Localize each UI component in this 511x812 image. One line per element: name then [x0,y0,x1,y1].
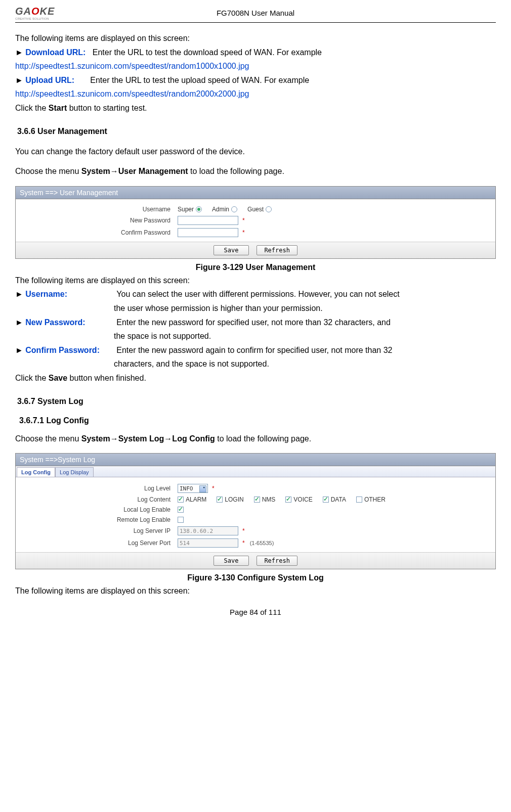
desc-new-password: ► New Password:Enter the new password fo… [15,316,496,329]
label-local-log-enable: Local Log Enable [16,506,178,513]
logo: GAOKE CREATIVE SOLUTION [15,5,81,20]
checkbox-icon [178,497,184,503]
download-url-desc: Enter the URL to test the download speed… [93,48,322,57]
panel-breadcrumb: System ==> User Management [16,187,495,199]
required-mark: * [242,217,245,224]
radio-admin[interactable]: Admin [212,206,237,213]
download-url-line: ► Download URL: Enter the URL to test th… [15,46,496,59]
refresh-button[interactable]: Refresh [257,245,297,255]
radio-guest[interactable]: Guest [247,206,272,213]
local-log-enable-checkbox[interactable] [178,507,184,513]
s366-intro: You can change the factory default user … [15,145,496,158]
required-mark: * [242,229,245,236]
label-log-server-ip: Log Server IP [16,527,178,534]
desc-username-cont: the user whose permission is higher than… [114,302,496,315]
checkbox-icon [217,497,223,503]
tab-bar: Log Config Log Display [16,466,495,477]
label-new-password: New Password [16,217,178,224]
radio-icon [231,206,237,212]
port-range-hint: (1-65535) [250,540,274,546]
check-alarm[interactable]: ALARM [178,496,206,503]
confirm-password-input[interactable] [178,228,238,237]
check-data[interactable]: DATA [323,496,346,503]
figure-130-panel: System ==>System Log Log Config Log Disp… [15,453,496,569]
check-other[interactable]: OTHER [356,496,386,503]
download-url-label: Download URL: [25,48,86,57]
checkbox-icon [356,497,362,503]
check-login[interactable]: LOGIN [217,496,243,503]
upload-url-label: Upload URL: [25,76,74,84]
download-url-link[interactable]: http://speedtest1.szunicom.com/speedtest… [15,60,496,73]
check-voice[interactable]: VOICE [285,496,312,503]
radio-icon [266,206,272,212]
logo-part: GA [15,6,31,17]
figure-129-description: The following items are displayed on thi… [15,274,496,385]
label-log-level: Log Level [16,485,178,492]
tab-log-display[interactable]: Log Display [55,467,93,477]
tail-line: The following items are displayed on thi… [15,584,496,598]
check-nms[interactable]: NMS [254,496,276,503]
panel-breadcrumb: System ==>System Log [16,454,495,466]
logo-part: KE [40,6,55,17]
save-instruction: Click the Save button when finished. [15,372,496,385]
checkbox-icon [254,497,260,503]
new-password-input[interactable] [178,216,238,225]
s366-nav: Choose the menu System→User Management t… [15,165,496,178]
save-button[interactable]: Save [214,556,249,566]
doc-title: FG7008N User Manual [81,9,496,17]
figure-130-caption: Figure 3-130 Configure System Log [15,573,496,582]
figure-129-caption: Figure 3-129 User Management [15,263,496,272]
button-bar: Save Refresh [16,242,495,258]
desc-new-password-cont: the space is not supported. [114,330,496,343]
desc-confirm-password-cont: characters, and the space is not support… [114,357,496,371]
upload-url-desc: Enter the URL to test the upload speed o… [90,76,309,84]
label-confirm-password: Confirm Password [16,229,178,236]
s367-nav: Choose the menu System→System Log→Log Co… [15,432,496,445]
refresh-button[interactable]: Refresh [257,556,297,566]
label-username: Username [16,206,178,213]
desc-username: ► Username:You can select the user with … [15,288,496,301]
radio-icon [196,206,202,212]
button-bar: Save Refresh [16,552,495,569]
remote-log-enable-checkbox[interactable] [178,517,184,523]
heading-3-6-7-1: 3.6.7.1 Log Config [19,416,496,425]
radio-super[interactable]: Super [178,206,202,213]
heading-3-6-7: 3.6.7 System Log [17,397,496,406]
logo-text: GAOKE [15,6,81,17]
required-mark: * [212,485,215,492]
log-level-select[interactable]: INFO [178,484,208,493]
upload-url-line: ► Upload URL: Enter the URL to test the … [15,74,496,87]
label-log-content: Log Content [16,496,178,503]
page-footer: Page 84 of 111 [15,608,496,616]
desc-intro: The following items are displayed on thi… [15,274,496,287]
log-server-port-input[interactable] [178,538,238,548]
tab-log-config[interactable]: Log Config [17,467,55,477]
upload-url-link[interactable]: http://speedtest1.szunicom.com/speedtest… [15,87,496,101]
label-log-server-port: Log Server Port [16,539,178,547]
required-mark: * [242,539,245,547]
logo-subtitle: CREATIVE SOLUTION [15,17,81,20]
desc-confirm-password: ► Confirm Password:Enter the new passwor… [15,344,496,357]
start-instruction: Click the Start button to starting test. [15,102,496,115]
intro-line: The following items are displayed on thi… [15,32,496,45]
logo-part-red: O [31,6,40,17]
save-button[interactable]: Save [214,245,249,255]
page-header: GAOKE CREATIVE SOLUTION FG7008N User Man… [15,5,496,23]
checkbox-icon [323,497,329,503]
checkbox-icon [285,497,291,503]
log-server-ip-input[interactable] [178,526,238,535]
label-remote-log-enable: Remote Log Enable [16,516,178,523]
panel-body: Username Super Admin Guest New Password … [16,199,495,242]
figure-129-panel: System ==> User Management Username Supe… [15,186,496,259]
panel-body: Log Level INFO* Log Content ALARM LOGIN … [16,477,495,552]
heading-3-6-6: 3.6.6 User Management [17,127,496,136]
required-mark: * [242,527,245,534]
